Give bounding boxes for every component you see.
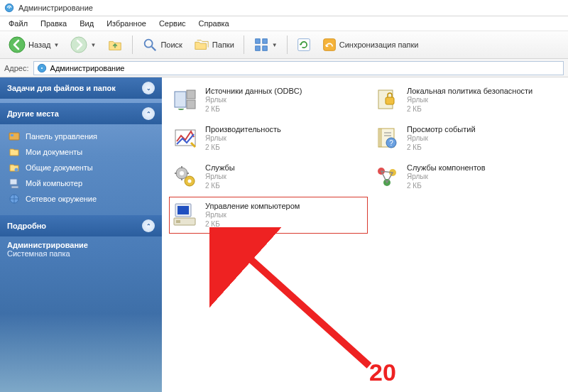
forward-button[interactable]: ▼ xyxy=(66,34,100,55)
title-bar: Администрирование xyxy=(0,0,568,16)
sidebar-item-my-computer[interactable]: Мой компьютер xyxy=(6,175,156,191)
collapse-up-icon[interactable]: ⌃ xyxy=(142,107,155,120)
views-button[interactable]: ▼ xyxy=(249,35,282,55)
menu-view[interactable]: Вид xyxy=(74,18,99,29)
sync-refresh-button[interactable] xyxy=(293,36,315,54)
chevron-down-icon: ▼ xyxy=(272,42,278,48)
file-item-services[interactable]: Службы Ярлык 2 КБ xyxy=(169,158,368,195)
file-type: Ярлык xyxy=(407,173,486,182)
toolbar-separator xyxy=(244,36,244,54)
menu-edit[interactable]: Правка xyxy=(35,18,72,29)
event-viewer-icon: ? xyxy=(373,124,401,153)
sidebar-item-label: Панель управления xyxy=(26,132,97,141)
sidebar-item-my-documents[interactable]: Мои документы xyxy=(6,144,156,160)
address-field[interactable]: Администрирование xyxy=(33,61,564,75)
file-type: Ярлык xyxy=(205,173,235,182)
sidebar: Задачи для файлов и папок ⌄ Другие места… xyxy=(0,77,162,392)
sidebar-item-network[interactable]: Сетевое окружение xyxy=(6,191,156,207)
svg-rect-9 xyxy=(263,46,267,50)
file-item-component-services[interactable]: Службы компонентов Ярлык 2 КБ xyxy=(371,158,555,195)
window-title: Администрирование xyxy=(18,4,93,12)
computer-management-icon xyxy=(171,201,200,229)
file-type: Ярлык xyxy=(205,211,300,220)
folder-up-icon xyxy=(107,37,123,53)
svg-point-4 xyxy=(145,40,153,48)
address-label: Адрес: xyxy=(4,64,29,72)
search-label: Поиск xyxy=(160,40,182,49)
collapse-up-icon[interactable]: ⌃ xyxy=(142,219,155,232)
file-name: Производительность xyxy=(205,125,281,135)
menu-file[interactable]: Файл xyxy=(3,18,33,29)
performance-icon xyxy=(171,124,200,153)
back-button[interactable]: Назад ▼ xyxy=(4,34,63,55)
svg-rect-6 xyxy=(256,39,260,43)
sidebar-item-shared-documents[interactable]: Общие документы xyxy=(6,160,156,175)
file-size: 2 КБ xyxy=(407,143,476,153)
sidebar-item-label: Мой компьютер xyxy=(26,179,82,187)
file-type: Ярлык xyxy=(407,134,476,143)
svg-point-1 xyxy=(9,7,10,9)
folders-label: Папки xyxy=(212,40,234,49)
sidebar-item-control-panel[interactable]: Панель управления xyxy=(6,129,156,144)
search-icon xyxy=(142,37,158,53)
views-icon xyxy=(253,37,269,53)
details-title: Администрирование xyxy=(7,241,155,249)
sidebar-details: Администрирование Системная папка xyxy=(0,236,162,268)
svg-rect-17 xyxy=(10,179,17,185)
svg-rect-18 xyxy=(11,186,18,188)
file-item-event-viewer[interactable]: ? Просмотр событий Ярлык 2 КБ xyxy=(371,120,555,157)
address-icon xyxy=(37,63,47,73)
file-item-local-policy[interactable]: Локальная политика безопасности Ярлык 2 … xyxy=(371,82,555,119)
sidebar-places-label: Другие места xyxy=(7,109,59,118)
file-type: Ярлык xyxy=(205,96,302,105)
file-type: Ярлык xyxy=(407,96,532,105)
file-name: Службы компонентов xyxy=(407,163,486,173)
menu-help[interactable]: Справка xyxy=(193,18,235,29)
svg-line-5 xyxy=(152,47,156,51)
content-area: Задачи для файлов и папок ⌄ Другие места… xyxy=(0,77,568,392)
sidebar-places-header[interactable]: Другие места ⌃ xyxy=(0,103,162,124)
file-item-performance[interactable]: Производительность Ярлык 2 КБ xyxy=(169,120,368,157)
sidebar-tasks-label: Задачи для файлов и папок xyxy=(7,84,116,92)
back-label: Назад xyxy=(28,40,51,49)
svg-rect-15 xyxy=(11,134,13,136)
policy-icon xyxy=(373,86,401,114)
sync-button[interactable]: Синхронизация папки xyxy=(318,36,423,54)
svg-rect-43 xyxy=(178,206,189,214)
search-button[interactable]: Поиск xyxy=(138,35,186,55)
documents-icon xyxy=(9,146,20,158)
folders-button[interactable]: Папки xyxy=(190,35,239,55)
odbc-icon xyxy=(171,86,200,114)
sidebar-item-label: Мои документы xyxy=(26,148,82,156)
component-services-icon xyxy=(373,163,401,191)
sync-label: Синхронизация папки xyxy=(339,40,419,49)
toolbar-separator xyxy=(287,36,288,54)
file-item-computer-management[interactable]: Управление компьютером Ярлык 2 КБ xyxy=(169,197,368,234)
svg-point-34 xyxy=(188,180,192,183)
sidebar-item-label: Сетевое окружение xyxy=(26,195,97,203)
sidebar-details-header[interactable]: Подробно ⌃ xyxy=(0,215,162,236)
menu-tools[interactable]: Сервис xyxy=(153,18,192,29)
file-name: Службы xyxy=(205,163,235,173)
file-name: Управление компьютером xyxy=(205,202,300,212)
file-type: Ярлык xyxy=(205,134,281,143)
file-size: 2 КБ xyxy=(407,105,532,114)
network-icon xyxy=(9,193,20,205)
file-size: 2 КБ xyxy=(205,143,281,153)
sidebar-tasks-header[interactable]: Задачи для файлов и папок ⌄ xyxy=(0,77,162,99)
svg-text:?: ? xyxy=(389,139,393,147)
expand-down-icon[interactable]: ⌄ xyxy=(142,82,155,94)
menu-favorites[interactable]: Избранное xyxy=(101,18,152,29)
computer-icon xyxy=(9,178,20,189)
svg-rect-45 xyxy=(176,220,180,223)
back-icon xyxy=(9,36,26,53)
sync-icon xyxy=(322,38,337,52)
svg-point-16 xyxy=(15,168,18,172)
file-item-odbc[interactable]: Источники данных (ODBC) Ярлык 2 КБ xyxy=(169,82,368,119)
control-panel-icon xyxy=(9,131,20,142)
svg-point-3 xyxy=(71,37,87,53)
svg-rect-8 xyxy=(256,46,260,50)
file-name: Просмотр событий xyxy=(407,125,476,135)
svg-rect-11 xyxy=(323,39,335,51)
up-button[interactable] xyxy=(103,35,127,55)
